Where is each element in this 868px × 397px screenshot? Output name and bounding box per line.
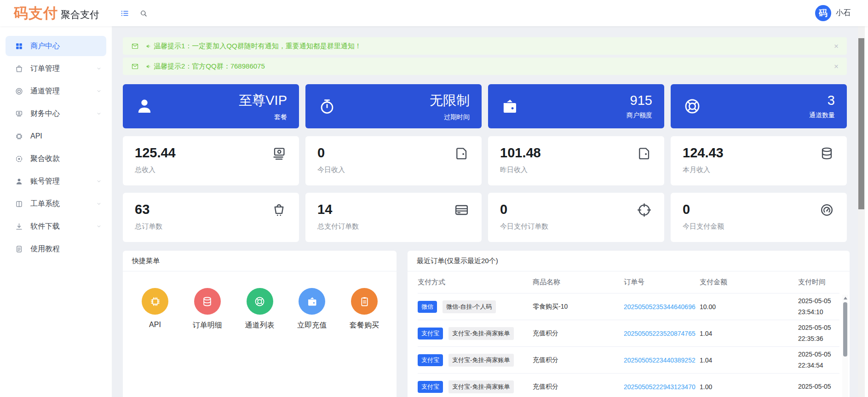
notice-banner-2: 温馨提示2：官方QQ群：768986075 × [123,58,847,75]
card-value: 无限制 [430,92,470,110]
sidebar-item-software-download[interactable]: 软件下载 [6,216,106,236]
product-cell: 充值积分 [533,356,624,364]
card-package: 至尊VIP 套餐 [123,84,299,128]
pay-method-badge: 支付宝 [418,328,443,339]
wallet-icon [500,97,519,116]
card-value: 915 [627,93,652,108]
product-cell: 充值积分 [533,329,624,338]
stat-value: 0 [500,202,652,217]
stat-value: 125.44 [135,145,287,161]
coins-icon [201,295,213,308]
quick-item-circle[interactable] [247,288,273,315]
chevron-down-icon [96,178,102,184]
ring-icon [253,295,266,308]
notice-text: 温馨提示2：官方QQ群：768986075 [154,62,265,71]
stat-label: 总支付订单数 [317,222,470,231]
sidebar-item-ticket-system[interactable]: 工单系统 [6,194,106,214]
sidebar-item-order-management[interactable]: 订单管理 [6,58,106,79]
user-icon [15,177,23,186]
stat-total-paid-orders: 14 总支付订单数 [305,193,482,242]
table-scrollbar[interactable] [842,295,848,397]
search-icon[interactable] [139,9,148,17]
sidebar-item-merchant-center[interactable]: 商户中心 [6,36,106,56]
quick-item-circle[interactable] [351,288,378,315]
sidebar-item-finance-center[interactable]: 财务中心 [6,104,106,124]
chevron-down-icon [96,201,102,207]
quick-item-api[interactable]: API [133,288,177,330]
cart-icon [271,202,287,218]
order-no-link[interactable]: 20250505222943123470 [624,383,700,391]
order-no-link[interactable]: 20250505235344640696 [624,303,700,311]
card-channel-count: 3 通道数量 [671,84,847,128]
card-label: 商户额度 [627,111,652,120]
avatar[interactable]: 码 [815,5,831,21]
sidebar-item-label: 工单系统 [30,199,60,209]
collapse-menu-icon[interactable] [120,9,129,18]
close-icon[interactable]: × [834,42,839,50]
sidebar-item-aggregate-collection[interactable]: 聚合收款 [6,149,106,169]
table-row: 支付宝 支付宝-免挂-商家账单 充值积分 2025050522294312347… [418,374,839,397]
stat-total-orders: 63 总订单数 [123,193,299,242]
quick-item-recharge[interactable]: 立即充值 [290,288,334,330]
stat-today-paid-amount: 0 今日支付金额 [671,193,847,242]
card-label: 过期时间 [430,113,470,121]
order-no-link[interactable]: 20250505223440389252 [624,357,700,364]
stopwatch-icon [317,97,337,116]
pay-method-tag: 微信-自挂-个人码 [443,300,496,313]
quick-item-package-buy[interactable]: 套餐购买 [342,288,386,330]
pay-time: 22:35:36 [798,334,839,344]
sidebar-item-account-management[interactable]: 账号管理 [6,171,106,191]
wallet-icon [306,295,318,308]
stat-label: 总收入 [135,166,287,174]
quick-item-order-detail[interactable]: 订单明细 [185,288,230,330]
clipboard-icon [358,295,371,308]
brand-subtitle: 聚合支付 [61,8,99,21]
card-value: 3 [809,93,835,108]
pay-time: 22:34:54 [798,360,839,371]
blue-card-row: 至尊VIP 套餐 无限制 过期时间 915 商户额度 3 通道数量 [123,84,847,128]
sidebar-item-label: 通道管理 [30,86,60,96]
table-row: 微信 微信-自挂-个人码 零食购买-10 2025050523534464069… [418,293,839,320]
sidebar-item-api[interactable]: API [6,126,106,146]
card-value: 至尊VIP [239,92,287,110]
sidebar-item-label: 聚合收款 [30,154,60,164]
sidebar-item-tutorial[interactable]: 使用教程 [6,239,106,259]
pay-date: 2025-05-05 [798,322,839,333]
sidebar-item-label: 软件下载 [30,222,60,231]
sidebar-item-label: 财务中心 [30,109,60,119]
quick-item-channel-list[interactable]: 通道列表 [238,288,282,330]
pay-method-badge: 微信 [418,301,437,313]
pay-method-tag: 支付宝-免挂-商家账单 [448,327,514,340]
sidebar-item-label: 商户中心 [30,41,60,51]
notice-text: 温馨提示1：一定要加入QQ群随时有通知，重要通知都是群里通知！ [154,42,362,51]
time-cell: 2025-05-05 23:54:10 [798,296,839,317]
close-icon[interactable]: × [834,63,839,70]
quick-item-circle[interactable] [142,288,168,315]
amount-cell: 1.04 [700,357,798,364]
quick-menu-panel: 快捷菜单 API 订单明细 [123,251,397,397]
scrollbar-thumb[interactable] [843,302,847,357]
col-order-no: 订单号 [624,278,700,287]
envelope-icon [131,63,139,70]
sidebar: 商户中心 订单管理 通道管理 财务中心 API 聚合收款 账号管理 工单系统 软… [0,26,112,397]
chip-icon [149,295,161,308]
time-cell: 2025-05-05 22:34:54 [798,349,839,370]
ring-icon [683,97,702,116]
envelope-icon [131,42,139,50]
cash-icon [15,109,23,118]
page-scrollbar-thumb[interactable] [858,38,864,209]
user-area[interactable]: 码 小石 [815,5,868,21]
pay-method-cell: 微信 微信-自挂-个人码 [418,300,533,313]
quick-item-circle[interactable] [299,288,325,315]
username: 小石 [836,8,851,18]
quick-item-circle[interactable] [194,288,221,315]
page-scrollbar[interactable] [858,26,865,397]
document-icon [15,245,23,253]
stat-label: 今日收入 [317,166,470,174]
chip-icon [15,132,23,141]
ring-icon [15,87,23,96]
stat-yesterday-income: 101.48 昨日收入 [488,136,664,185]
order-no-link[interactable]: 20250505223520874765 [624,330,700,337]
scroll-up-arrow-icon[interactable] [844,297,847,299]
sidebar-item-channel-management[interactable]: 通道管理 [6,81,106,101]
